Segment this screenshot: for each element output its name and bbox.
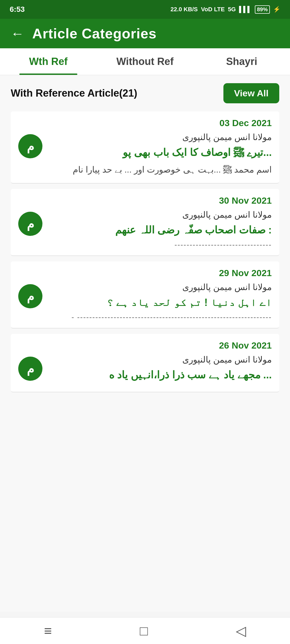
author-name: مولانا انس میمن پالنپوری xyxy=(49,282,272,292)
article-text: مولانا انس میمن پالنپوری اے اہل دنیا ! ت… xyxy=(49,282,272,321)
signal-bars: ▌▌▌ xyxy=(239,6,252,13)
bottom-nav: ≡ □ ◁ xyxy=(0,617,290,644)
article-text: مولانا انس میمن پالنپوری ... مجھے یاد ہے… xyxy=(49,354,272,385)
article-date: 03 Dec 2021 xyxy=(18,118,272,128)
avatar: م xyxy=(18,284,42,308)
back-nav-button[interactable]: ◁ xyxy=(236,623,246,639)
article-text: مولانا انس میمن پالنپوری ...تیرے ﷺ اوصاف… xyxy=(49,132,272,177)
article-body: م مولانا انس میمن پالنپوری ...تیرے ﷺ اوص… xyxy=(18,132,272,177)
tab-shayri[interactable]: Shayri xyxy=(193,48,290,75)
article-body: م مولانا انس میمن پالنپوری اے اہل دنیا !… xyxy=(18,282,272,321)
signal-5g: 5G xyxy=(228,6,236,13)
content-area: With Reference Article(21) View All 03 D… xyxy=(0,75,290,612)
status-right: 22.0 KB/S VoD LTE 5G ▌▌▌ 89% ⚡ xyxy=(171,5,280,14)
article-preview: -------------------------------- xyxy=(49,240,272,249)
article-title: ...تیرے ﷺ اوصاف کا ایک باب بھی پو xyxy=(49,145,272,160)
author-name: مولانا انس میمن پالنپوری xyxy=(49,354,272,365)
section-header: With Reference Article(21) View All xyxy=(11,83,279,103)
tab-wth-ref[interactable]: Wth Ref xyxy=(0,48,97,75)
network-speed: 22.0 KB/S xyxy=(171,6,198,13)
network-type: VoD LTE xyxy=(201,6,224,13)
section-title: With Reference Article(21) xyxy=(11,87,137,99)
charging-icon: ⚡ xyxy=(273,6,280,13)
article-title: اے اہل دنیا ! تم کو لحد یاد ہے ؟ xyxy=(49,295,272,310)
tab-without-ref[interactable]: Without Ref xyxy=(97,48,193,75)
menu-button[interactable]: ≡ xyxy=(44,623,52,639)
article-preview: ----------------------------------------… xyxy=(49,313,272,321)
avatar: م xyxy=(18,212,42,236)
article-date: 30 Nov 2021 xyxy=(18,195,272,206)
author-name: مولانا انس میمن پالنپوری xyxy=(49,132,272,142)
article-preview: اسم محمد ﷺ ...بہت ہی خوصورت اور ... بے ح… xyxy=(49,163,272,177)
article-date: 26 Nov 2021 xyxy=(18,340,272,351)
app-bar: ← Article Categories xyxy=(0,19,290,48)
article-card[interactable]: 26 Nov 2021 م مولانا انس میمن پالنپوری .… xyxy=(11,334,279,392)
avatar: م xyxy=(18,134,42,158)
article-title: ... مجھے یاد ہے سب ذرا ذرا،انہیں یاد ه xyxy=(49,367,272,383)
article-body: م مولانا انس میمن پالنپوری ... مجھے یاد … xyxy=(18,354,272,385)
author-name: مولانا انس میمن پالنپوری xyxy=(49,210,272,220)
article-card[interactable]: 30 Nov 2021 م مولانا انس میمن پالنپوری :… xyxy=(11,189,279,256)
battery-indicator: 89% xyxy=(255,5,270,14)
view-all-button[interactable]: View All xyxy=(223,83,280,103)
article-date: 29 Nov 2021 xyxy=(18,268,272,278)
home-button[interactable]: □ xyxy=(140,623,148,639)
article-text: مولانا انس میمن پالنپوری : صفات اصحاب صف… xyxy=(49,210,272,249)
page-title: Article Categories xyxy=(32,25,157,42)
article-card[interactable]: 03 Dec 2021 م مولانا انس میمن پالنپوری .… xyxy=(11,111,279,184)
article-card[interactable]: 29 Nov 2021 م مولانا انس میمن پالنپوری ا… xyxy=(11,261,279,328)
tab-bar: Wth Ref Without Ref Shayri xyxy=(0,48,290,75)
status-bar: 6:53 22.0 KB/S VoD LTE 5G ▌▌▌ 89% ⚡ xyxy=(0,0,290,19)
status-time: 6:53 xyxy=(10,5,25,14)
article-body: م مولانا انس میمن پالنپوری : صفات اصحاب … xyxy=(18,210,272,249)
avatar: م xyxy=(18,357,42,381)
article-title: : صفات اصحاب صفّہ رضی اللہ عنھم xyxy=(49,222,272,238)
back-button[interactable]: ← xyxy=(11,26,24,41)
